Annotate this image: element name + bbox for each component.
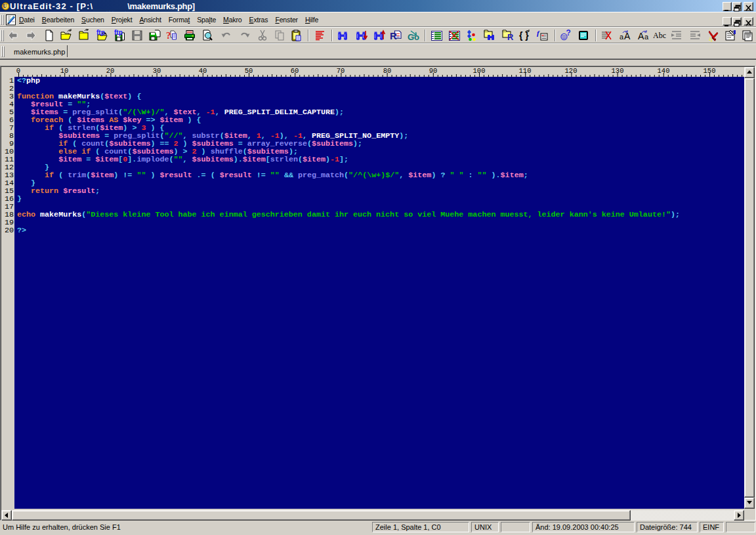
svg-text:Abc: Abc (653, 31, 666, 40)
svg-text:a: a (620, 33, 624, 41)
svg-text:10: 10 (60, 67, 69, 75)
svg-text:60: 60 (291, 67, 299, 75)
svg-text:R: R (507, 32, 514, 42)
svg-text:U: U (3, 3, 7, 9)
svg-text:20: 20 (106, 67, 115, 75)
svg-text:Go: Go (408, 32, 419, 42)
svg-text:110: 110 (519, 67, 532, 75)
svg-text:?: ? (166, 30, 171, 41)
svg-text:ftp: ftp (114, 29, 123, 36)
svg-text:ftp: ftp (96, 29, 105, 36)
svg-text:a: a (644, 33, 649, 41)
svg-text:70: 70 (337, 67, 345, 75)
svg-text:f: f (537, 29, 540, 37)
svg-text:?: ? (566, 29, 570, 37)
svg-text:R: R (390, 30, 397, 41)
svg-text:120: 120 (565, 67, 578, 75)
svg-text:A: A (638, 31, 644, 41)
